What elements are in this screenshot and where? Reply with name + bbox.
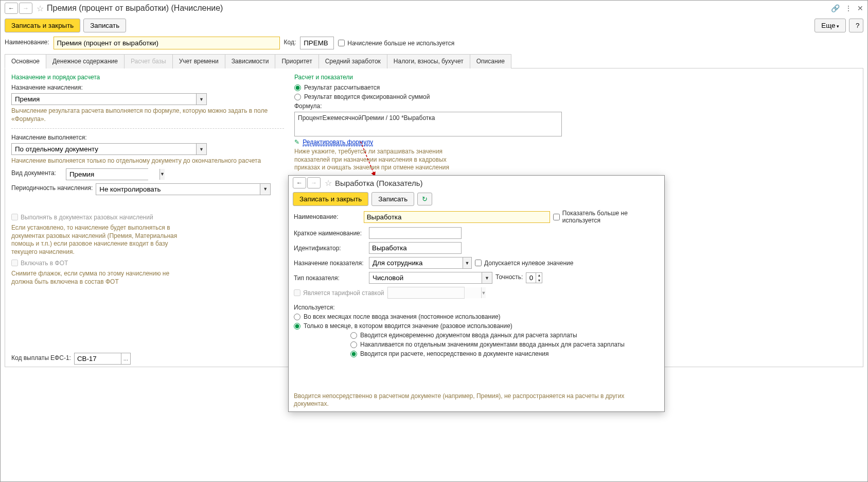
popup-purpose-select[interactable]: ▼ [369, 257, 472, 269]
doc-type-value[interactable] [66, 169, 160, 180]
select-button[interactable]: … [121, 353, 130, 364]
popup-forward-button[interactable]: → [307, 177, 321, 188]
tab-taxes[interactable]: Налоги, взносы, бухучет [387, 54, 470, 68]
tab-base: Расчет базы [124, 54, 173, 68]
kebab-icon[interactable]: ⋮ [845, 4, 852, 12]
tab-avg[interactable]: Средний заработок [318, 54, 387, 68]
fot-label: Включать в ФОТ [21, 260, 68, 267]
popup-name-input[interactable] [364, 211, 550, 223]
tab-deps[interactable]: Зависимости [225, 54, 276, 68]
popup-bottom-hint: Вводится непосредственно в расчетном док… [294, 392, 659, 408]
doc-type-label: Вид документа: [11, 169, 63, 177]
popup-name-label: Наименование: [294, 213, 361, 220]
popup-used-opt1[interactable]: Во всех месяцах после ввода значения (по… [294, 313, 659, 320]
popup-save-button[interactable]: Записать [371, 192, 414, 206]
close-icon[interactable]: ✕ [857, 4, 863, 12]
popup-type-label: Тип показателя: [294, 274, 366, 282]
popup-purpose-label: Назначение показателя: [294, 260, 366, 267]
tab-money[interactable]: Денежное содержание [46, 54, 125, 68]
favorite-icon[interactable]: ☆ [37, 4, 44, 13]
spin-down-icon[interactable]: ▼ [536, 278, 542, 283]
fot-hint: Снимите флажок, если сумма по этому начи… [11, 270, 191, 286]
popup-favorite-icon[interactable]: ☆ [325, 178, 332, 188]
calc-radio-2-label: Результат вводится фиксированной суммой [304, 93, 430, 100]
name-code-row: Наименование: Код: Начисление больше не … [1, 35, 867, 51]
purpose-select[interactable]: ▼ [11, 93, 207, 105]
forward-button[interactable]: → [19, 3, 32, 14]
formula-box: ПроцентЕжемесячнойПремии / 100 *Выработк… [294, 112, 562, 136]
efs-row: Код выплаты ЕФС-1: … [11, 353, 131, 365]
chevron-down-icon[interactable]: ▼ [196, 144, 206, 154]
code-input[interactable] [300, 37, 334, 49]
edit-formula-link[interactable]: Редактировать формулу [303, 139, 373, 146]
main-toolbar: Записать и закрыть Записать Еще ? [1, 16, 867, 35]
popup-refresh-button[interactable]: ↻ [417, 193, 432, 205]
popup-sub-opt3[interactable]: Вводится при расчете, непосредственно в … [350, 350, 659, 357]
doc-type-select[interactable]: ▼ [66, 168, 148, 180]
popup-not-used-checkbox[interactable]: Показатель больше не используется [553, 210, 659, 224]
tab-main[interactable]: Основное [5, 54, 46, 68]
popup-tariff-label: Является тарифной ставкой [303, 289, 384, 297]
popup-type-select[interactable]: ▼ [369, 272, 492, 284]
chevron-down-icon[interactable]: ▼ [196, 94, 206, 105]
chevron-down-icon[interactable]: ▼ [160, 169, 165, 180]
chevron-down-icon[interactable]: ▼ [482, 272, 492, 283]
popup-not-used-label: Показатель больше не используется [562, 210, 659, 224]
popup-short-label: Краткое наименование: [294, 230, 366, 237]
tab-time[interactable]: Учет времени [172, 54, 225, 68]
link-icon[interactable]: 🔗 [831, 4, 840, 12]
save-close-button[interactable]: Записать и закрыть [5, 19, 80, 32]
help-button[interactable]: ? [849, 19, 863, 32]
spin-up-icon[interactable]: ▲ [536, 273, 542, 278]
popup-id-label: Идентификатор: [294, 245, 366, 252]
popup-id-input[interactable] [369, 242, 462, 254]
efs-label: Код выплаты ЕФС-1: [11, 354, 71, 361]
chevron-down-icon[interactable]: ▼ [260, 184, 270, 195]
pencil-icon: ✎ [294, 139, 299, 146]
calc-radio-2[interactable]: Результат вводится фиксированной суммой [294, 93, 857, 100]
popup-sub-opt2[interactable]: Накапливается по отдельным значениям док… [350, 341, 659, 348]
chevron-down-icon[interactable]: ▼ [463, 257, 471, 268]
not-used-checkbox[interactable]: Начисление больше не используется [338, 40, 454, 47]
popup-allow-zero[interactable]: Допускается нулевое значение [475, 260, 573, 267]
popup-used-label: Используется: [294, 304, 335, 311]
calc-radio-1[interactable]: Результат рассчитывается [294, 84, 857, 91]
not-used-label: Начисление больше не используется [347, 40, 454, 47]
purpose-label: Назначение начисления: [11, 84, 83, 91]
section-purpose-title: Назначение и порядок расчета [11, 74, 284, 81]
tab-desc[interactable]: Описание [470, 54, 511, 68]
popup-back-button[interactable]: ← [293, 177, 306, 188]
back-button[interactable]: ← [5, 3, 18, 14]
popup-title: Выработка (Показатель) [335, 179, 423, 187]
popup-precision-spinner[interactable]: ▲▼ [526, 272, 542, 283]
popup-body: Наименование: Показатель больше не испол… [289, 208, 664, 361]
popup-short-input[interactable] [369, 227, 462, 239]
popup-sub-opt1[interactable]: Вводится единовременно документом ввода … [350, 332, 659, 339]
tab-priority[interactable]: Приоритет [275, 54, 318, 68]
save-button[interactable]: Записать [83, 19, 126, 32]
purpose-value[interactable] [12, 94, 196, 105]
popup-save-close-button[interactable]: Записать и закрыть [293, 192, 368, 206]
popup-toolbar: Записать и закрыть Записать ↻ [289, 190, 664, 208]
exec-value[interactable] [12, 144, 196, 154]
onetime-hint: Если установлено, то начисление будет вы… [11, 224, 191, 256]
left-column: Назначение и порядок расчета Назначение … [11, 74, 284, 361]
popup-used-opt2[interactable]: Только в месяце, в котором вводится знач… [294, 322, 659, 330]
indicators-hint: Ниже укажите, требуется ли запрашивать з… [294, 148, 469, 172]
more-button[interactable]: Еще [814, 19, 846, 32]
efs-input[interactable]: … [74, 353, 131, 365]
popup-window: ← → ☆ Выработка (Показатель) Записать и … [288, 175, 665, 412]
exec-select[interactable]: ▼ [11, 143, 207, 155]
formula-label: Формула: [294, 102, 322, 110]
popup-tariff-select: ▼ [387, 287, 465, 299]
onetime-label: Выполнять в документах разовых начислени… [21, 214, 153, 221]
onetime-checkbox: Выполнять в документах разовых начислени… [11, 214, 153, 221]
exec-hint: Начисление выполняется только по отдельн… [11, 157, 284, 165]
period-label: Периодичность начисления: [11, 184, 93, 192]
period-value[interactable] [96, 184, 260, 195]
code-label: Код: [284, 39, 296, 46]
name-input[interactable] [54, 37, 280, 49]
period-select[interactable]: ▼ [96, 183, 271, 195]
titlebar: ← → ☆ Премия (процент от выработки) (Нач… [1, 1, 867, 16]
popup-precision-label: Точность: [495, 273, 523, 281]
